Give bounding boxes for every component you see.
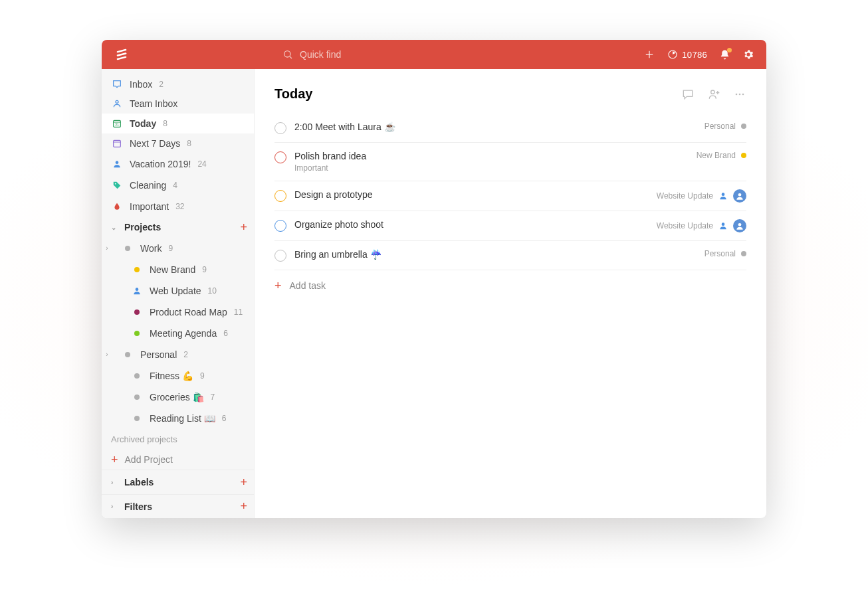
task-meta: Website Update [657, 219, 746, 232]
add-label-plus-icon[interactable]: + [240, 476, 247, 489]
project-label: Groceries 🛍️ [150, 392, 204, 402]
svg-rect-12 [114, 140, 121, 147]
task-project-label: Personal [705, 122, 736, 131]
svg-point-25 [722, 222, 725, 226]
comments-icon[interactable] [681, 88, 695, 101]
chevron-right-icon[interactable]: › [102, 244, 112, 252]
svg-point-20 [736, 93, 738, 95]
task-row[interactable]: Design a prototypeWebsite Update [274, 181, 746, 211]
assignee-avatar[interactable] [733, 189, 746, 203]
add-project-label: Add Project [125, 454, 173, 465]
today-icon: 31 [111, 118, 123, 129]
sidebar-item-label: Inbox [130, 79, 152, 90]
sidebar-filter-item[interactable]: Vacation 2019!24 [102, 153, 254, 175]
sidebar-item-label: Cleaning [130, 180, 166, 191]
add-filter-plus-icon[interactable]: + [240, 499, 247, 513]
task-checkbox[interactable] [274, 220, 286, 232]
project-subitem[interactable]: Reading List 📖6 [102, 408, 254, 429]
app-body: Inbox 2 Team Inbox 31 Today 8 [102, 69, 766, 518]
projects-section-header[interactable]: ⌄ Projects + [102, 217, 254, 238]
task-body: Design a prototype [294, 189, 649, 200]
svg-point-16 [136, 288, 139, 291]
task-row[interactable]: 2:00 Meet with Laura ☕Personal [274, 114, 746, 143]
sidebar-item-today[interactable]: 31 Today 8 [102, 114, 254, 133]
project-count: 10 [208, 286, 217, 296]
task-project-label: Personal [705, 249, 736, 258]
search-field[interactable] [282, 48, 643, 60]
project-color-dot [741, 153, 746, 158]
task-body: Bring an umbrella ☔ [294, 249, 697, 260]
karma-score[interactable]: 10786 [667, 49, 707, 60]
svg-point-26 [738, 223, 742, 226]
add-task[interactable]: + Add task [274, 270, 746, 301]
task-checkbox[interactable] [274, 190, 286, 202]
filters-section-header[interactable]: › Filters + [102, 494, 254, 518]
more-icon[interactable] [733, 88, 746, 101]
project-color-dot [131, 309, 143, 315]
sidebar-item-count: 24 [197, 159, 206, 169]
task-checkbox[interactable] [274, 151, 286, 163]
assignee-avatar[interactable] [733, 219, 746, 232]
notifications-icon[interactable] [719, 49, 730, 60]
task-row[interactable]: Bring an umbrella ☔Personal [274, 241, 746, 270]
search-input[interactable] [298, 48, 431, 60]
project-subitem[interactable]: Product Road Map11 [102, 302, 254, 323]
settings-icon[interactable] [742, 48, 754, 60]
sidebar-item-team-inbox[interactable]: Team Inbox [102, 94, 254, 114]
sidebar-item-inbox[interactable]: Inbox 2 [102, 74, 254, 94]
share-icon[interactable] [706, 88, 721, 101]
project-label: Meeting Agenda [150, 328, 217, 339]
sidebar: Inbox 2 Team Inbox 31 Today 8 [102, 69, 255, 518]
task-title: Design a prototype [294, 189, 373, 200]
sidebar-filter-item[interactable]: Cleaning4 [102, 175, 254, 196]
main-pane: Today 2:00 Meet with Laura ☕PersonalPoli… [255, 69, 766, 518]
archived-projects[interactable]: Archived projects [102, 429, 254, 450]
task-subtitle: Important [294, 163, 689, 173]
labels-section-header[interactable]: › Labels + [102, 470, 254, 494]
sidebar-item-count: 8 [187, 139, 191, 148]
project-count: 6 [223, 329, 228, 338]
project-item[interactable]: ›Personal2 [102, 344, 254, 365]
project-item[interactable]: ›Work9 [102, 238, 254, 259]
app-logo[interactable] [114, 46, 130, 62]
inbox-icon [111, 79, 123, 90]
task-list: 2:00 Meet with Laura ☕PersonalPolish bra… [274, 114, 746, 270]
project-subitem[interactable]: Meeting Agenda6 [102, 323, 254, 344]
svg-point-15 [115, 183, 116, 184]
quick-add-icon[interactable] [643, 48, 655, 60]
project-label: Web Update [150, 286, 201, 296]
task-checkbox[interactable] [274, 122, 286, 134]
task-row[interactable]: Organize photo shootWebsite Update [274, 211, 746, 241]
task-title: Organize photo shoot [294, 219, 383, 230]
chevron-right-icon[interactable]: › [102, 351, 112, 358]
svg-point-17 [711, 90, 714, 94]
project-color-dot [741, 251, 746, 256]
chevron-down-icon: ⌄ [111, 224, 118, 231]
add-project[interactable]: + Add Project [102, 450, 254, 470]
project-subitem[interactable]: Fitness 💪9 [102, 365, 254, 387]
task-body: 2:00 Meet with Laura ☕ [294, 122, 697, 132]
svg-point-22 [742, 93, 744, 95]
project-subitem[interactable]: Web Update10 [102, 280, 254, 302]
task-project-label: Website Update [657, 191, 713, 201]
project-color-dot [122, 246, 134, 251]
task-row[interactable]: Polish brand ideaImportantNew Brand [274, 143, 746, 181]
plus-icon: + [111, 454, 118, 466]
search-icon [282, 49, 293, 60]
project-subitem[interactable]: Groceries 🛍️7 [102, 387, 254, 408]
task-body: Organize photo shoot [294, 219, 649, 230]
project-count: 2 [183, 350, 188, 359]
add-project-plus-icon[interactable]: + [240, 220, 247, 234]
sidebar-filter-item[interactable]: Important32 [102, 196, 254, 217]
project-label: Reading List 📖 [150, 413, 215, 424]
task-checkbox[interactable] [274, 250, 286, 262]
sidebar-item-label: Vacation 2019! [130, 159, 191, 169]
sidebar-item-next7[interactable]: Next 7 Days 8 [102, 133, 254, 153]
drop-icon [111, 202, 123, 211]
task-meta: New Brand [697, 151, 746, 160]
view-header: Today [274, 86, 746, 102]
project-subitem[interactable]: New Brand9 [102, 259, 254, 280]
chevron-right-icon: › [111, 503, 118, 510]
svg-point-14 [116, 161, 119, 164]
assignee-icon [718, 221, 728, 230]
